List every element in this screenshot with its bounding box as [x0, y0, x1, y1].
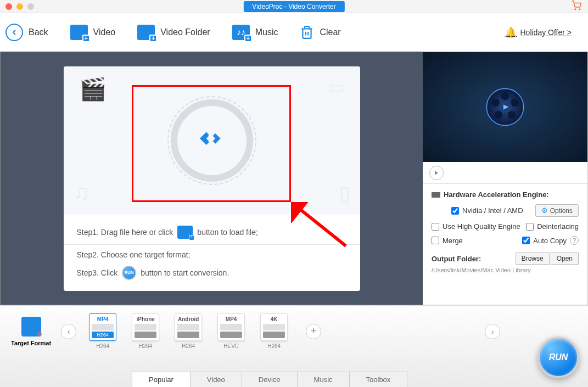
playback-controls [423, 162, 587, 184]
right-panel: Hardware Acceleration Engine: Nvidia / I… [423, 52, 588, 305]
svg-point-10 [491, 99, 499, 106]
output-path: /Users/link/Movies/Mac Video Library [432, 267, 579, 273]
deinterlacing-checkbox[interactable]: Deinterlacing [526, 222, 579, 231]
deco-clapper-icon: 🎬 [79, 76, 107, 102]
settings-panel: Hardware Acceleration Engine: Nvidia / I… [423, 184, 587, 305]
window-title: VideoProc - Video Converter [243, 1, 344, 12]
music-label: Music [255, 27, 278, 37]
target-format-button[interactable]: ⚙ Target Format [11, 317, 51, 346]
tab-toolbox[interactable]: Toolbox [349, 372, 408, 387]
maximize-window-button[interactable] [27, 3, 34, 10]
svg-point-8 [508, 111, 516, 119]
run-icon-inline: RUN [122, 266, 136, 280]
close-window-button[interactable] [5, 3, 12, 10]
format-item-mp4[interactable]: MP4 HEVC [215, 313, 248, 349]
toolbar: Back + Video + Video Folder ♪♪+ Music Cl… [0, 13, 588, 52]
deco-avi-icon: ▭ [328, 76, 345, 97]
format-item-mp4[interactable]: MP4H264H264 [86, 313, 119, 349]
main-area: 🎬 ▭ ♫ ▯ Step1. Drag file here or click +… [0, 52, 588, 305]
tab-popular[interactable]: Popular [132, 372, 191, 387]
step-3: Step3. Click RUN button to start convers… [77, 262, 347, 283]
upload-arrow-icon [194, 123, 229, 158]
auto-copy-checkbox[interactable]: Auto Copy [522, 237, 567, 245]
tab-music[interactable]: Music [297, 372, 350, 387]
open-button[interactable]: Open [551, 253, 579, 265]
format-tabs: PopularVideoDeviceMusicToolbox [132, 372, 407, 387]
svg-point-7 [511, 99, 518, 106]
steps-panel: Step1. Drag file here or click + button … [64, 215, 360, 291]
add-format-button[interactable]: + [306, 324, 321, 339]
add-video-button[interactable]: + Video [70, 25, 116, 40]
video-file-icon-inline: + [177, 226, 193, 239]
add-music-button[interactable]: ♪♪+ Music [232, 25, 278, 40]
add-video-folder-button[interactable]: + Video Folder [137, 25, 210, 40]
browse-button[interactable]: Browse [516, 253, 550, 265]
high-quality-checkbox[interactable]: Use High Quality Engine [432, 222, 520, 231]
back-button[interactable]: Back [5, 24, 48, 41]
titlebar: VideoProc - Video Converter [0, 0, 588, 13]
gear-icon: ⚙ [541, 206, 548, 215]
video-label: Video [93, 27, 116, 37]
drop-zone[interactable]: 🎬 ▭ ♫ ▯ [64, 66, 360, 215]
run-button[interactable]: RUN [537, 336, 579, 378]
back-label: Back [29, 27, 48, 37]
step-2: Step2. Choose one target format; [77, 247, 347, 262]
deco-note-icon: ♫ [74, 180, 90, 205]
tab-device[interactable]: Device [242, 372, 298, 387]
chip-icon [432, 192, 440, 198]
svg-marker-12 [435, 171, 438, 175]
drop-ring [171, 99, 253, 182]
deco-ipod-icon: ▯ [339, 182, 350, 205]
format-strip: ⚙ Target Format ‹ MP4H264H264iPhone H264… [0, 306, 588, 349]
bottom-panel: ⚙ Target Format ‹ MP4H264H264iPhone H264… [0, 305, 588, 387]
svg-point-9 [495, 111, 502, 119]
trash-icon [300, 25, 314, 40]
folder-icon: + [137, 25, 155, 40]
help-icon[interactable]: ? [570, 236, 579, 245]
formats-next-button[interactable]: › [485, 324, 500, 339]
back-arrow-icon [5, 24, 23, 41]
formats-prev-button[interactable]: ‹ [61, 324, 76, 339]
svg-point-1 [579, 9, 580, 10]
video-file-icon: + [70, 25, 88, 40]
holiday-label: Holiday Offer > [520, 28, 572, 37]
format-item-4k[interactable]: 4K H264 [257, 313, 290, 349]
svg-point-6 [501, 92, 509, 100]
preview-area [423, 52, 587, 162]
clear-label: Clear [320, 27, 340, 37]
options-button[interactable]: ⚙ Options [535, 204, 579, 217]
merge-checkbox[interactable]: Merge [432, 237, 463, 245]
output-folder-label: Output Folder: [432, 255, 481, 263]
left-panel: 🎬 ▭ ♫ ▯ Step1. Drag file here or click +… [0, 52, 423, 305]
video-folder-label: Video Folder [160, 27, 210, 37]
step-1: Step1. Drag file here or click + button … [77, 222, 347, 242]
svg-point-0 [575, 9, 576, 10]
target-format-icon: ⚙ [21, 317, 41, 336]
nvidia-checkbox[interactable]: Nvidia / Intel / AMD [451, 206, 523, 215]
instruction-card: 🎬 ▭ ♫ ▯ Step1. Drag file here or click +… [64, 66, 360, 291]
step3-text-a: Step3. Click [77, 268, 118, 277]
format-item-iphone[interactable]: iPhone H264 [129, 313, 162, 349]
step3-text-b: button to start conversion. [141, 268, 229, 277]
gear-icon: ⚙ [36, 331, 43, 339]
cart-icon[interactable] [572, 1, 581, 13]
step2-text: Step2. Choose one target format; [77, 250, 191, 259]
traffic-lights [0, 3, 34, 10]
film-reel-icon [483, 85, 527, 129]
bell-icon: 🔔 [505, 26, 517, 38]
play-button[interactable] [429, 166, 444, 180]
format-item-android[interactable]: Android H264 [172, 313, 205, 349]
step1-text-b: button to load file; [197, 228, 258, 237]
minimize-window-button[interactable] [16, 3, 23, 10]
tab-video[interactable]: Video [190, 372, 242, 387]
step1-text-a: Step1. Drag file here or click [77, 228, 173, 237]
clear-button[interactable]: Clear [300, 25, 340, 40]
holiday-offer-link[interactable]: 🔔 Holiday Offer > [505, 26, 572, 38]
music-icon: ♪♪+ [232, 25, 250, 40]
hw-accel-title: Hardware Acceleration Engine: [432, 190, 579, 199]
